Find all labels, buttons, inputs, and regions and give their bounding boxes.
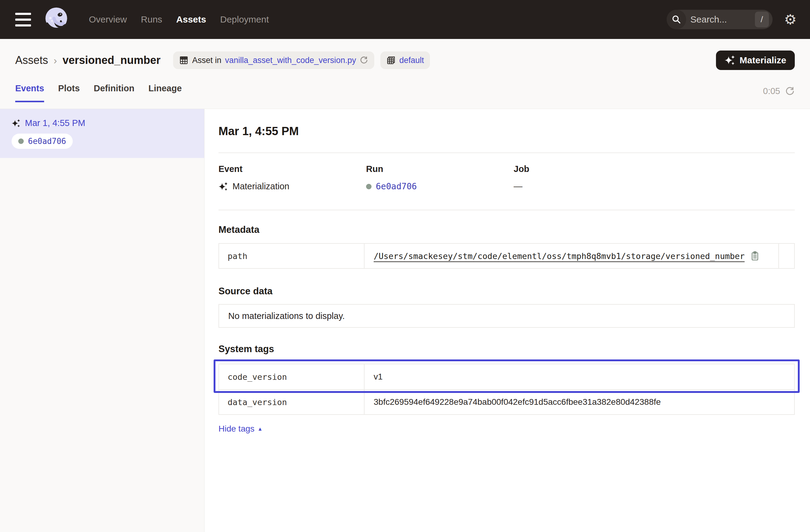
metadata-path-link[interactable]: /Users/smackesey/stm/code/elementl/oss/t… xyxy=(374,252,745,261)
event-type-value: Materialization xyxy=(232,181,289,191)
breadcrumb-separator: › xyxy=(53,54,57,66)
run-column-label: Run xyxy=(366,164,514,174)
navbar-right: / ⚙ xyxy=(667,10,810,29)
event-list-item-selected[interactable]: Mar 1, 4:55 PM 6e0ad706 xyxy=(0,109,204,158)
materialize-button[interactable]: Materialize xyxy=(716,50,795,70)
nav-item-assets[interactable]: Assets xyxy=(176,14,206,25)
breadcrumb-assets-link[interactable]: Assets xyxy=(15,54,48,67)
tag-key: code_version xyxy=(219,364,364,389)
event-summary: Event Materialization Run 6 xyxy=(218,164,795,191)
job-empty-value: — xyxy=(514,181,522,191)
source-data-empty-state: No materializations to display. xyxy=(218,304,795,328)
refresh-countdown: 0:05 xyxy=(763,86,780,96)
metadata-table: path /Users/smackesey/stm/code/elementl/… xyxy=(218,243,795,269)
events-sidebar: Mar 1, 4:55 PM 6e0ad706 xyxy=(0,109,205,532)
table-row-data-version: data_version 3bfc269594ef649228e9a74bab0… xyxy=(219,389,794,414)
tab-definition[interactable]: Definition xyxy=(94,83,134,102)
top-navbar: Overview Runs Assets Deployment / ⚙ xyxy=(0,0,810,39)
run-id-label: 6e0ad706 xyxy=(28,136,66,146)
collapse-arrow-icon: ▲ xyxy=(257,426,263,432)
asset-tabs: Events Plots Definition Lineage xyxy=(15,83,182,102)
primary-nav: Overview Runs Assets Deployment xyxy=(89,14,269,25)
copy-to-clipboard-icon[interactable] xyxy=(750,251,760,261)
asset-file-link[interactable]: vanilla_asset_with_code_version.py xyxy=(225,56,356,65)
hamburger-menu-icon[interactable] xyxy=(15,13,31,27)
table-grid-icon xyxy=(179,56,188,65)
nav-item-overview[interactable]: Overview xyxy=(89,14,127,25)
job-column-label: Job xyxy=(514,164,795,174)
hide-tags-label: Hide tags xyxy=(218,424,254,434)
refresh-icon[interactable] xyxy=(785,86,795,96)
tab-plots[interactable]: Plots xyxy=(58,83,80,102)
settings-gear-icon[interactable]: ⚙ xyxy=(784,13,797,27)
dagster-logo-icon[interactable] xyxy=(43,6,70,33)
sparkle-icon xyxy=(725,55,735,66)
search-icon xyxy=(667,10,686,29)
breadcrumb-current-asset: versioned_number xyxy=(62,54,160,67)
event-item-run-chip[interactable]: 6e0ad706 xyxy=(12,134,73,149)
event-item-timestamp: Mar 1, 4:55 PM xyxy=(25,118,85,128)
event-title: Mar 1, 4:55 PM xyxy=(218,125,795,138)
global-search[interactable]: / xyxy=(667,10,773,29)
run-status-dot xyxy=(366,184,372,189)
group-chip-default[interactable]: default xyxy=(380,51,430,69)
metadata-key: path xyxy=(219,244,364,268)
reload-icon[interactable] xyxy=(360,56,368,65)
search-shortcut-key: / xyxy=(755,12,769,27)
system-tags-table: code_version v1 data_version 3bfc269594e… xyxy=(218,364,795,415)
event-column-label: Event xyxy=(218,164,366,174)
metadata-actions-cell xyxy=(778,244,794,268)
workspace-grid-icon xyxy=(386,56,395,65)
run-status-dot xyxy=(18,139,24,144)
run-id-link[interactable]: 6e0ad706 xyxy=(376,181,417,191)
tag-value: v1 xyxy=(364,364,794,389)
source-data-empty-message: No materializations to display. xyxy=(228,311,345,321)
materialize-label: Materialize xyxy=(740,55,786,65)
nav-item-deployment[interactable]: Deployment xyxy=(220,14,269,25)
hide-tags-link[interactable]: Hide tags ▲ xyxy=(218,424,263,434)
breadcrumb: Assets › versioned_number xyxy=(15,54,160,67)
source-data-heading: Source data xyxy=(218,286,795,297)
event-detail-panel: Mar 1, 4:55 PM Event Materialization xyxy=(205,109,810,532)
tag-key: data_version xyxy=(219,390,364,414)
asset-chip-prefix: Asset in xyxy=(192,56,221,65)
materialization-sparkle-icon xyxy=(218,182,228,191)
tab-lineage[interactable]: Lineage xyxy=(148,83,182,102)
system-tags-heading: System tags xyxy=(218,344,795,355)
search-input[interactable] xyxy=(686,14,755,25)
table-row-code-version: code_version v1 xyxy=(219,364,794,389)
group-chip-label: default xyxy=(399,56,424,65)
metadata-heading: Metadata xyxy=(218,224,795,235)
divider xyxy=(218,210,795,210)
nav-item-runs[interactable]: Runs xyxy=(141,14,162,25)
table-row: path /Users/smackesey/stm/code/elementl/… xyxy=(219,244,794,268)
divider xyxy=(218,152,795,153)
asset-definition-chip[interactable]: Asset in vanilla_asset_with_code_version… xyxy=(173,51,374,69)
asset-header: Assets › versioned_number Asset in vanil… xyxy=(0,39,810,109)
tag-value: 3bfc269594ef649228e9a74bab00f042efc91d5a… xyxy=(364,390,794,414)
tab-events[interactable]: Events xyxy=(15,83,44,102)
materialization-sparkle-icon xyxy=(12,119,21,128)
